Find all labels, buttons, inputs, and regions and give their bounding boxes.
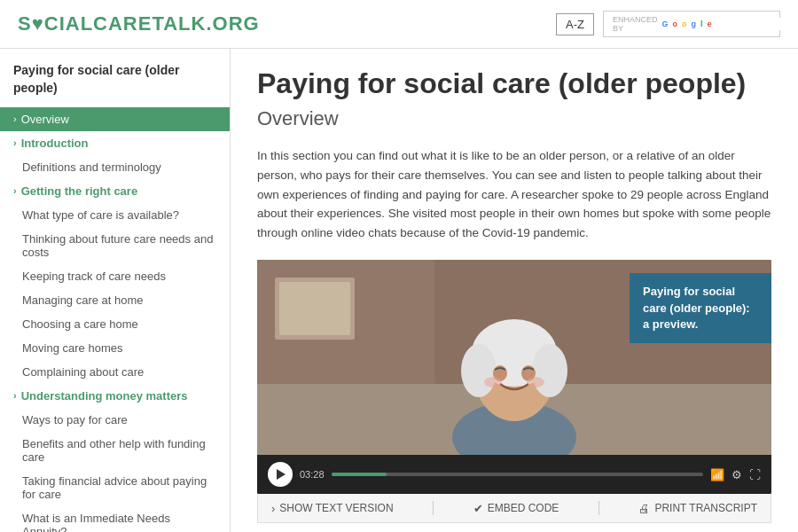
sidebar-label: Taking financial advice about paying for… <box>22 474 216 501</box>
main-content: Paying for social care (older people) Ov… <box>231 49 798 532</box>
video-footer: › SHOW TEXT VERSION ✔ EMBED CODE 🖨 PRINT… <box>257 494 771 523</box>
site-logo[interactable]: S♥CIALCARETALK.ORG <box>18 12 260 35</box>
sidebar-title: Paying for social care (older people) <box>0 62 230 107</box>
sidebar-label: Overview <box>21 113 69 126</box>
sidebar-label: Managing care at home <box>22 293 144 307</box>
embed-icon: ✔ <box>473 502 483 515</box>
sidebar-item-immediate-needs[interactable]: What is an Immediate Needs Annuity? <box>0 506 230 532</box>
sidebar-label: Benefits and other help with funding car… <box>22 437 216 464</box>
search-enhanced-label: ENHANCED BY <box>613 15 658 33</box>
sidebar-item-moving-homes[interactable]: Moving care homes <box>0 336 230 360</box>
print-icon: 🖨 <box>638 502 650 515</box>
sidebar-label: Moving care homes <box>22 341 122 355</box>
sidebar-item-choosing-home[interactable]: Choosing a care home <box>0 312 230 336</box>
embed-label: EMBED CODE <box>488 502 559 514</box>
sidebar-label: Ways to pay for care <box>22 413 128 426</box>
sidebar-label: What is an Immediate Needs Annuity? <box>22 512 216 532</box>
sidebar-label: Choosing a care home <box>22 317 138 331</box>
az-button[interactable]: A-Z <box>556 13 594 35</box>
play-button[interactable] <box>268 462 293 487</box>
site-header: S♥CIALCARETALK.ORG A-Z ENHANCED BY Googl… <box>0 0 798 49</box>
sidebar-item-benefits[interactable]: Benefits and other help with funding car… <box>0 432 230 469</box>
search-input[interactable] <box>716 18 798 30</box>
sidebar-item-getting-right-care[interactable]: › Getting the right care <box>0 179 230 203</box>
main-layout: Paying for social care (older people) › … <box>0 49 798 532</box>
play-small-icon: › <box>271 502 275 515</box>
svg-point-9 <box>461 344 497 397</box>
sidebar-label: What type of care is available? <box>22 208 179 222</box>
settings-icon[interactable]: ⚙ <box>732 468 742 481</box>
sidebar-item-keeping-track[interactable]: Keeping track of care needs <box>0 264 230 288</box>
show-text-version-button[interactable]: › SHOW TEXT VERSION <box>271 502 394 515</box>
time-display: 03:28 <box>300 469 325 480</box>
sidebar-label: Definitions and terminology <box>22 160 161 174</box>
sidebar: Paying for social care (older people) › … <box>0 49 231 532</box>
page-intro-text: In this section you can find out what it… <box>257 146 771 242</box>
chevron-icon: › <box>13 137 17 148</box>
sidebar-label: Understanding money matters <box>21 389 188 403</box>
sidebar-item-introduction[interactable]: › Introduction <box>0 131 230 155</box>
sidebar-item-managing-care[interactable]: Managing care at home <box>0 288 230 312</box>
volume-icon[interactable]: 📶 <box>710 468 724 481</box>
chevron-icon: › <box>13 113 17 124</box>
sidebar-item-financial-advice[interactable]: Taking financial advice about paying for… <box>0 469 230 506</box>
progress-fill <box>332 473 387 476</box>
sidebar-item-understanding-money[interactable]: › Understanding money matters <box>0 384 230 408</box>
svg-point-13 <box>484 377 502 387</box>
print-label: PRINT TRANSCRIPT <box>654 502 757 514</box>
sidebar-item-what-type-care[interactable]: What type of care is available? <box>0 203 230 227</box>
video-preview: Paying for social care (older people): a… <box>257 260 771 455</box>
embed-code-button[interactable]: ✔ EMBED CODE <box>473 502 559 515</box>
logo-heart: ♥ <box>32 12 44 35</box>
print-transcript-button[interactable]: 🖨 PRINT TRANSCRIPT <box>638 502 757 515</box>
chevron-icon: › <box>13 390 17 401</box>
svg-point-10 <box>532 344 567 397</box>
video-container: Paying for social care (older people): a… <box>257 260 771 494</box>
header-right: A-Z ENHANCED BY Google <box>556 11 780 37</box>
progress-bar[interactable] <box>332 473 703 476</box>
show-text-label: SHOW TEXT VERSION <box>279 502 393 514</box>
search-container: ENHANCED BY Google <box>603 11 780 37</box>
video-overlay-title: Paying for social care (older people): a… <box>630 273 771 343</box>
sidebar-label: Introduction <box>21 137 89 150</box>
sidebar-label: Thinking about future care needs and cos… <box>22 232 216 259</box>
footer-divider-2 <box>598 501 599 515</box>
sidebar-item-thinking-future[interactable]: Thinking about future care needs and cos… <box>0 227 230 264</box>
sidebar-item-ways-to-pay[interactable]: Ways to pay for care <box>0 408 230 432</box>
sidebar-label: Complaining about care <box>22 365 144 379</box>
svg-rect-3 <box>279 282 350 335</box>
sidebar-label: Keeping track of care needs <box>22 270 166 283</box>
sidebar-item-definitions[interactable]: Definitions and terminology <box>0 155 230 179</box>
page-subtitle: Overview <box>257 107 771 130</box>
footer-divider <box>433 501 434 515</box>
chevron-icon: › <box>13 185 17 196</box>
page-title: Paying for social care (older people) <box>257 66 771 100</box>
svg-point-14 <box>527 377 544 387</box>
logo-text-s: S <box>18 12 32 35</box>
sidebar-item-overview[interactable]: › Overview <box>0 107 230 131</box>
logo-text-rest: CIALCARETALK.ORG <box>44 12 260 35</box>
fullscreen-icon[interactable]: ⛶ <box>749 468 761 481</box>
sidebar-label: Getting the right care <box>21 184 137 198</box>
sidebar-item-complaining[interactable]: Complaining about care <box>0 360 230 384</box>
video-controls: 03:28 📶 ⚙ ⛶ <box>257 455 771 494</box>
